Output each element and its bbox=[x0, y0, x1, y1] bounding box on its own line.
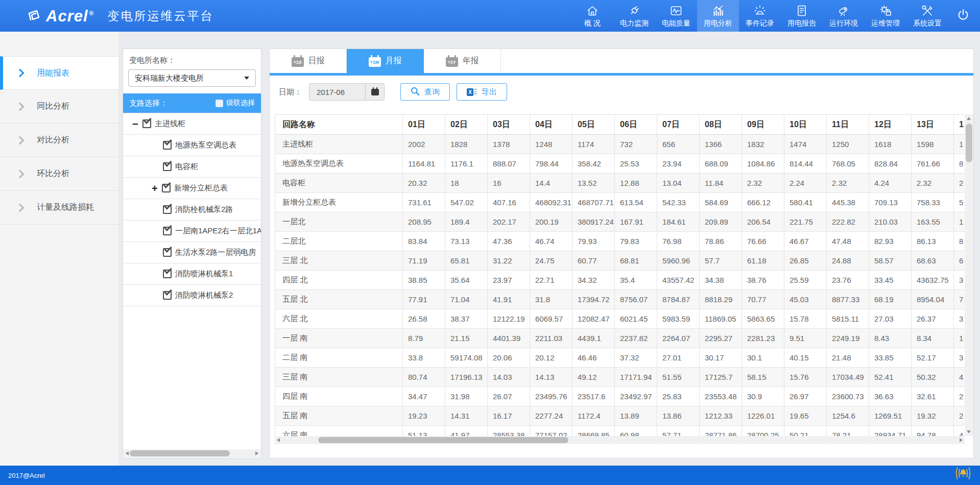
scroll-left-arrow[interactable] bbox=[277, 438, 280, 442]
tree-node[interactable]: 消防喷淋机械泵2 bbox=[123, 285, 261, 306]
cell-value: 77.91 bbox=[403, 290, 445, 309]
table-vscrollbar-thumb[interactable] bbox=[966, 124, 972, 162]
cell-value: 27.03 bbox=[869, 309, 912, 328]
tree-node-label: 生活水泵2路一层弱电房 bbox=[175, 248, 256, 257]
cell-value: 26.97 bbox=[784, 387, 827, 406]
cell-value: 358.42 bbox=[572, 154, 615, 173]
nav-item-用电报告[interactable]: 用电报告 bbox=[781, 0, 823, 32]
tree-node-label: 主进线柜 bbox=[155, 119, 185, 129]
cell-value: 1269.51 bbox=[869, 406, 912, 425]
date-picker-button[interactable] bbox=[365, 84, 384, 100]
cell-value: 666.12 bbox=[742, 193, 784, 212]
checkbox-checked-icon[interactable] bbox=[163, 205, 172, 214]
tree-node[interactable]: 消防喷淋机械泵1 bbox=[123, 263, 261, 285]
table-row: 新增分立柜总表731.61547.02407.16468092.31468707… bbox=[275, 193, 965, 212]
cell-value: 8.43 bbox=[869, 329, 912, 348]
logout-power-button[interactable] bbox=[948, 0, 978, 32]
checkbox-checked-icon[interactable] bbox=[142, 119, 151, 128]
checkbox-checked-icon[interactable] bbox=[162, 184, 171, 192]
scroll-right-arrow[interactable] bbox=[960, 438, 963, 442]
checkbox-checked-icon[interactable] bbox=[163, 270, 172, 278]
table-row: 主进线柜200218281378124811747326561366183214… bbox=[275, 135, 965, 154]
report-icon bbox=[795, 4, 808, 17]
nav-item-用电分析[interactable]: 用电分析 bbox=[697, 0, 739, 32]
export-button[interactable]: X 导出 bbox=[457, 83, 507, 101]
nav-item-事件记录[interactable]: 事件记录 bbox=[739, 0, 781, 32]
nav-item-电能质量[interactable]: 电能质量 bbox=[655, 0, 697, 32]
cell-value: 59174.08 bbox=[445, 348, 488, 367]
tree-node-label: 消防喷淋机械泵1 bbox=[175, 269, 233, 279]
cell-value: 32.61 bbox=[912, 387, 954, 406]
nav-item-运维管理[interactable]: 运维管理 bbox=[865, 0, 906, 32]
nav-item-运行环境[interactable]: 运行环境 bbox=[823, 0, 865, 32]
table-row: 一层北208.95189.4202.17200.19380917.24167.9… bbox=[275, 212, 965, 232]
column-header-day: 04日 bbox=[530, 115, 572, 134]
checkbox-checked-icon[interactable] bbox=[163, 291, 172, 300]
tab-monthly-report[interactable]: +1M 月报 bbox=[347, 49, 424, 73]
tree-node[interactable]: 消防栓机械泵2路 bbox=[123, 199, 261, 221]
cell-value: 208.95 bbox=[403, 212, 445, 231]
collapse-minus-icon[interactable]: − bbox=[132, 119, 142, 129]
checkbox-checked-icon[interactable] bbox=[163, 162, 172, 171]
cell-value: 34.38 bbox=[700, 271, 742, 289]
cell-value: 38.76 bbox=[742, 271, 784, 289]
sidebar-item-用能报表[interactable]: 用能报表 bbox=[0, 56, 118, 90]
tab-daily-report[interactable]: +1d 日报 bbox=[270, 49, 347, 73]
cell-value: 16 bbox=[488, 174, 530, 192]
column-header-day: 13日 bbox=[912, 115, 954, 134]
tree-node[interactable]: +新增分立柜总表 bbox=[123, 178, 261, 199]
cell-circuit-name: 三层 南 bbox=[275, 368, 403, 386]
scroll-left-arrow[interactable] bbox=[126, 451, 129, 455]
tree-node[interactable]: 电容柜 bbox=[123, 156, 261, 178]
query-button[interactable]: 查询 bbox=[400, 83, 450, 101]
cascade-select-checkbox[interactable]: 级联选择 bbox=[216, 99, 255, 108]
tools-icon bbox=[921, 4, 934, 17]
cell-value: 23600.73 bbox=[827, 387, 869, 406]
station-select[interactable]: 安科瑞新大楼变电所 bbox=[128, 69, 256, 87]
tree-node[interactable]: 地源热泵空调总表 bbox=[123, 135, 261, 156]
nav-item-电力监测[interactable]: 电力监测 bbox=[613, 0, 655, 32]
tree-node[interactable]: 生活水泵2路一层弱电房 bbox=[123, 242, 261, 263]
table-hscrollbar-thumb[interactable] bbox=[318, 437, 568, 443]
gear-lock-icon bbox=[879, 4, 892, 17]
checkbox-checked-icon[interactable] bbox=[163, 227, 172, 235]
cell-value: 1366 bbox=[700, 135, 742, 154]
scroll-down-arrow[interactable] bbox=[967, 430, 971, 433]
cell-value: 584.69 bbox=[700, 193, 742, 212]
tree-scrollbar-thumb[interactable] bbox=[130, 450, 230, 456]
date-input[interactable]: 2017-06 bbox=[309, 83, 385, 101]
cell-value: 79.93 bbox=[572, 232, 615, 251]
expand-plus-icon[interactable]: + bbox=[152, 183, 162, 193]
table-row: 四层 南34.4731.9826.0723495.7623517.623492.… bbox=[275, 387, 965, 406]
alarm-bell-icon[interactable] bbox=[954, 467, 972, 481]
calendar-day-icon: +1d bbox=[292, 57, 304, 67]
logo-text: Acrel® bbox=[46, 8, 94, 24]
tree-node[interactable]: −主进线柜 bbox=[123, 113, 261, 135]
cell-value: 14.13 bbox=[530, 368, 572, 386]
cell-value: 17196.13 bbox=[445, 368, 488, 386]
checkbox-checked-icon[interactable] bbox=[163, 248, 172, 257]
sidebar-item-环比分析[interactable]: 环比分析 bbox=[0, 157, 118, 191]
sidebar-item-对比分析[interactable]: 对比分析 bbox=[0, 124, 118, 157]
column-header-day: 06日 bbox=[615, 115, 657, 134]
cell-value: 221.75 bbox=[784, 212, 827, 231]
scroll-up-arrow[interactable] bbox=[967, 117, 971, 120]
cell-value: 798.44 bbox=[530, 154, 572, 173]
cell-value: 8877.33 bbox=[827, 290, 869, 309]
table-horizontal-scrollbar[interactable] bbox=[275, 436, 965, 444]
cell-value: 73.13 bbox=[445, 232, 488, 251]
nav-item-概况[interactable]: 概 况 bbox=[571, 0, 613, 32]
tree-node[interactable]: 一层南1APE2右一层北1APE1左 bbox=[123, 221, 261, 242]
sidebar-item-同比分析[interactable]: 同比分析 bbox=[0, 90, 118, 124]
cell-value: 26.58 bbox=[403, 309, 445, 328]
tab-yearly-report[interactable]: +1Y 年报 bbox=[424, 49, 501, 73]
scroll-right-arrow[interactable] bbox=[255, 451, 258, 455]
table-vertical-scrollbar[interactable] bbox=[965, 114, 973, 436]
checkbox-checked-icon[interactable] bbox=[163, 141, 172, 150]
nav-item-系统设置[interactable]: 系统设置 bbox=[906, 0, 948, 32]
cell-value: 49.12 bbox=[572, 368, 615, 386]
cell-circuit-name: 五层 北 bbox=[275, 290, 403, 309]
sidebar-item-计量及线路损耗[interactable]: 计量及线路损耗 bbox=[0, 191, 118, 225]
tree-horizontal-scrollbar[interactable] bbox=[124, 449, 260, 457]
cell-value: 22.71 bbox=[530, 271, 572, 289]
